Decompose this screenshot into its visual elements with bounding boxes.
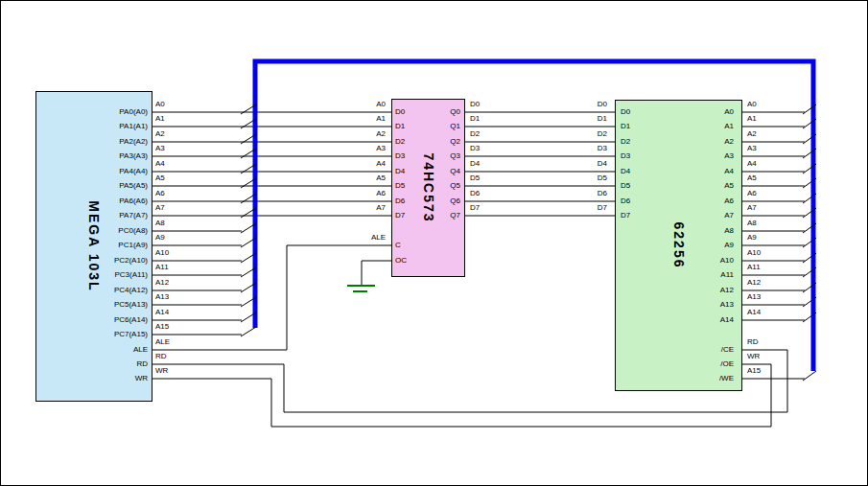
net-label: A6 — [747, 189, 757, 197]
net-label: D2 — [470, 129, 480, 138]
net-label: D3 — [470, 144, 480, 152]
pin-label: D0 — [395, 107, 405, 116]
bus-tap — [803, 253, 816, 263]
net-label: D1 — [598, 114, 607, 123]
pin-label: A3 — [724, 151, 734, 160]
pin-label: A12 — [720, 286, 734, 294]
pin-label: D4 — [395, 167, 405, 175]
chip-title-62256: 62256 — [671, 222, 687, 269]
net-label: A10 — [155, 248, 169, 257]
pin-label: PC6(A14) — [114, 315, 148, 324]
net-label: RD — [747, 337, 759, 346]
pin-label: D5 — [621, 181, 630, 190]
net-label: ALE — [155, 337, 170, 346]
pin-label: A10 — [720, 256, 734, 265]
pin-label: /WE — [719, 374, 734, 382]
net-label: WR — [747, 352, 760, 360]
bus-tap — [803, 194, 816, 203]
bus-tap — [241, 253, 256, 263]
net-label: A13 — [747, 292, 761, 301]
bus-tap — [803, 119, 816, 128]
pin-label: D7 — [621, 211, 630, 220]
bus-tap — [803, 178, 816, 188]
pin-label: PA5(A5) — [119, 181, 148, 190]
bus-tap — [803, 238, 816, 247]
net-label: D6 — [470, 189, 480, 197]
bus-tap — [241, 208, 256, 218]
chip-title-mega-103l: MEGA 103L — [86, 200, 102, 291]
net-label: A5 — [155, 174, 165, 182]
bus-tap — [803, 297, 816, 307]
pin-label: Q0 — [450, 107, 460, 116]
bus-tap — [803, 223, 816, 233]
bus-tap — [803, 267, 816, 277]
net-label: A9 — [747, 233, 757, 242]
net-label: A4 — [747, 159, 757, 168]
pin-label: A5 — [724, 181, 734, 190]
pin-label: PC0(A8) — [118, 226, 148, 235]
pin-label: A9 — [724, 241, 734, 249]
pin-label: D3 — [395, 151, 405, 160]
pin-label: OC — [395, 256, 407, 265]
bus-tap — [803, 283, 816, 292]
pin-label: D7 — [395, 211, 405, 220]
pin-label: Q3 — [450, 151, 460, 160]
net-label: A13 — [155, 292, 169, 301]
pin-label: Q4 — [450, 167, 460, 175]
pin-label: PA4(A4) — [119, 167, 148, 175]
net-label: A6 — [155, 189, 165, 197]
net-label: A14 — [155, 308, 169, 316]
pin-label: C — [395, 241, 401, 249]
net-label: RD — [155, 352, 167, 360]
net-label: D6 — [598, 189, 607, 197]
bus-tap — [241, 238, 256, 247]
bus-tap — [241, 164, 256, 174]
net-label: D2 — [598, 129, 607, 138]
net-label: A5 — [747, 174, 757, 182]
pin-label: PC1(A9) — [118, 241, 148, 249]
pin-label: Q6 — [450, 197, 460, 205]
net-label: A2 — [747, 129, 757, 138]
bus-tap — [803, 149, 816, 158]
pin-label: A13 — [720, 300, 734, 309]
bus-tap — [803, 134, 816, 144]
net-label: A11 — [155, 263, 169, 271]
net-label: ALE — [371, 233, 386, 242]
pin-label: Q2 — [450, 137, 460, 146]
pin-label: A14 — [720, 315, 734, 324]
net-label: A0 — [747, 100, 757, 108]
net-label: A3 — [155, 144, 165, 152]
pin-label: A1 — [724, 122, 734, 130]
pin-label: A2 — [724, 137, 734, 146]
net-label: A1 — [376, 114, 386, 123]
pin-label: D5 — [395, 181, 405, 190]
pin-label: Q1 — [450, 122, 460, 130]
net-label: A1 — [747, 114, 757, 123]
pin-label: ALE — [133, 345, 148, 354]
net-label: D4 — [598, 159, 607, 168]
pin-label: PC3(A11) — [114, 270, 148, 279]
bus-tap — [241, 149, 256, 158]
bus-tap — [241, 297, 256, 307]
pin-label: D2 — [621, 137, 630, 146]
net-label: A10 — [747, 248, 761, 257]
pin-label: PA6(A6) — [119, 197, 148, 205]
pin-label: A8 — [724, 226, 734, 235]
bus-tap — [803, 104, 816, 114]
pin-label: PA0(A0) — [119, 107, 148, 116]
pin-label: A0 — [724, 107, 734, 116]
net-label: A4 — [155, 159, 165, 168]
bus-tap — [803, 312, 816, 322]
pin-label: PA7(A7) — [119, 211, 148, 220]
bus-tap — [241, 223, 256, 233]
net-label: WR — [155, 366, 168, 375]
bus-tap — [241, 194, 256, 203]
net-label: A3 — [747, 144, 757, 152]
net-label: A5 — [376, 174, 386, 182]
net-label: A8 — [747, 219, 757, 227]
pin-label: /OE — [720, 359, 734, 368]
net-label: D3 — [598, 144, 607, 152]
schematic-canvas: MEGA 103L 74HC573 62256 PA0(A0)PA1(A1)PA… — [0, 0, 868, 486]
net-label: A4 — [376, 159, 386, 168]
bus-tap — [241, 267, 256, 277]
